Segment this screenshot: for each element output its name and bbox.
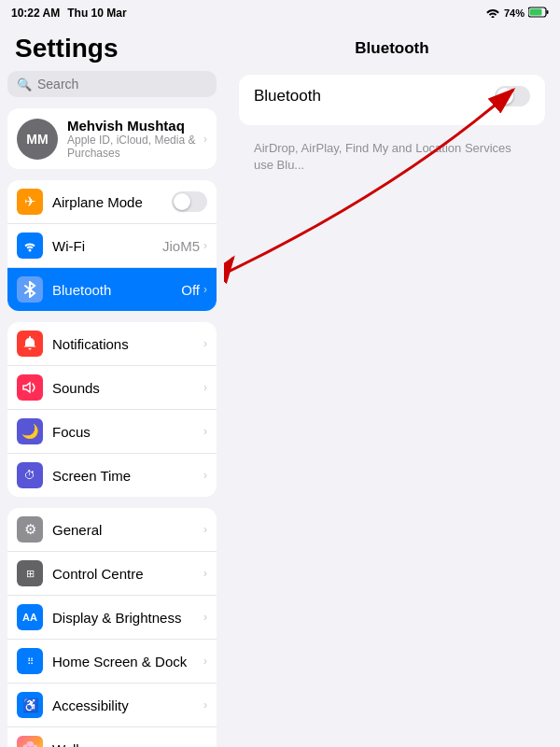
time-display: 10:22 AM [11, 7, 60, 20]
svg-rect-1 [547, 10, 549, 14]
accessibility-label: Accessibility [52, 698, 203, 713]
sidebar-item-accessibility[interactable]: ♿ Accessibility › [7, 684, 217, 727]
sidebar-item-controlcentre[interactable]: ⊞ Control Centre › [7, 552, 217, 596]
user-subtitle: Apple ID, iCloud, Media & Purchases [67, 134, 203, 160]
controlcentre-chevron: › [203, 567, 207, 580]
sidebar: Settings 🔍 MM Mehvish Mushtaq Apple ID, … [0, 26, 224, 747]
sidebar-item-homescreen[interactable]: ⠿ Home Screen & Dock › [7, 640, 217, 684]
wallpaper-chevron: › [203, 742, 207, 747]
wallpaper-label: Wallpaper [52, 741, 203, 748]
general-group: ⚙ General › ⊞ Control Centre › AA Displa… [7, 508, 217, 747]
homescreen-icon: ⠿ [17, 648, 43, 674]
sidebar-item-wallpaper[interactable]: 🌸 Wallpaper › [7, 727, 217, 747]
general-chevron: › [203, 523, 207, 536]
airplane-toggle[interactable] [172, 191, 207, 212]
avatar: MM [17, 119, 58, 160]
search-bar[interactable]: 🔍 [7, 71, 217, 97]
panel-title: Bluetooth [224, 26, 560, 67]
bluetooth-toggle-row: Bluetooth [239, 75, 545, 118]
bluetooth-value: Off [181, 282, 200, 298]
sidebar-item-displaybrightness[interactable]: AA Display & Brightness › [7, 596, 217, 640]
screentime-chevron: › [203, 469, 207, 482]
controlcentre-label: Control Centre [52, 566, 203, 582]
notifications-chevron: › [203, 337, 207, 350]
bluetooth-description: AirDrop, AirPlay, Find My and Location S… [239, 136, 545, 185]
connectivity-group: ✈ Airplane Mode Wi-Fi JioM5 › Bluetooth … [7, 180, 217, 311]
general-icon: ⚙ [17, 516, 43, 543]
main-layout: Settings 🔍 MM Mehvish Mushtaq Apple ID, … [0, 26, 560, 747]
right-panel: Bluetooth Bluetooth AirDrop, AirPlay, Fi… [224, 26, 560, 747]
general-label: General [52, 522, 203, 538]
displaybrightness-icon: AA [17, 604, 43, 630]
notifications-icon [17, 331, 43, 357]
bluetooth-row-label: Bluetooth [254, 87, 495, 106]
user-info: Mehvish Mushtaq Apple ID, iCloud, Media … [67, 118, 203, 160]
sidebar-item-bluetooth[interactable]: Bluetooth Off › [7, 268, 217, 311]
bluetooth-chevron: › [203, 283, 207, 296]
sounds-chevron: › [203, 381, 207, 394]
sidebar-item-screentime[interactable]: ⏱ Screen Time › [7, 454, 217, 497]
bluetooth-toggle-group: Bluetooth [239, 75, 545, 125]
bluetooth-icon [17, 276, 43, 303]
focus-label: Focus [52, 424, 203, 440]
svg-rect-2 [530, 9, 542, 16]
wallpaper-icon: 🌸 [17, 736, 43, 747]
battery-icon [528, 7, 549, 20]
wifi-icon [17, 233, 43, 259]
search-icon: 🔍 [17, 78, 32, 92]
sidebar-item-general[interactable]: ⚙ General › [7, 508, 217, 552]
wifi-status-icon [485, 7, 500, 20]
focus-icon: 🌙 [17, 418, 43, 444]
wifi-value: JioM5 [162, 238, 200, 254]
homescreen-label: Home Screen & Dock [52, 654, 203, 669]
sidebar-item-sounds[interactable]: Sounds › [7, 366, 217, 410]
accessibility-chevron: › [203, 698, 207, 712]
sounds-icon [17, 374, 43, 401]
sidebar-item-focus[interactable]: 🌙 Focus › [7, 410, 217, 454]
wifi-chevron: › [203, 239, 207, 252]
bluetooth-label: Bluetooth [52, 282, 181, 298]
status-right: 74% [485, 7, 549, 20]
notifications-group: Notifications › Sounds › 🌙 Focus › ⏱ Scr… [7, 322, 217, 497]
date-display: Thu 10 Mar [67, 7, 126, 20]
airplane-label: Airplane Mode [52, 194, 172, 210]
displaybrightness-chevron: › [203, 611, 207, 624]
sidebar-item-notifications[interactable]: Notifications › [7, 322, 217, 366]
user-name: Mehvish Mushtaq [67, 118, 203, 134]
wifi-label: Wi-Fi [52, 238, 162, 254]
displaybrightness-label: Display & Brightness [52, 610, 203, 626]
battery-percent: 74% [504, 7, 525, 19]
screentime-label: Screen Time [52, 468, 203, 484]
bluetooth-main-toggle[interactable] [495, 86, 530, 106]
sidebar-item-airplane[interactable]: ✈ Airplane Mode [7, 180, 217, 224]
status-bar: 10:22 AM Thu 10 Mar 74% [0, 0, 560, 26]
sidebar-title: Settings [7, 26, 217, 71]
accessibility-icon: ♿ [17, 692, 43, 718]
homescreen-chevron: › [203, 655, 207, 668]
controlcentre-icon: ⊞ [17, 560, 43, 586]
panel-content: Bluetooth AirDrop, AirPlay, Find My and … [224, 67, 560, 747]
sidebar-item-wifi[interactable]: Wi-Fi JioM5 › [7, 224, 217, 268]
user-profile[interactable]: MM Mehvish Mushtaq Apple ID, iCloud, Med… [7, 108, 217, 169]
sounds-label: Sounds [52, 380, 203, 396]
focus-chevron: › [203, 425, 207, 438]
screentime-icon: ⏱ [17, 462, 43, 488]
search-input[interactable] [37, 77, 207, 92]
airplane-icon: ✈ [17, 189, 43, 215]
chevron-right-icon: › [203, 133, 207, 146]
notifications-label: Notifications [52, 336, 203, 352]
